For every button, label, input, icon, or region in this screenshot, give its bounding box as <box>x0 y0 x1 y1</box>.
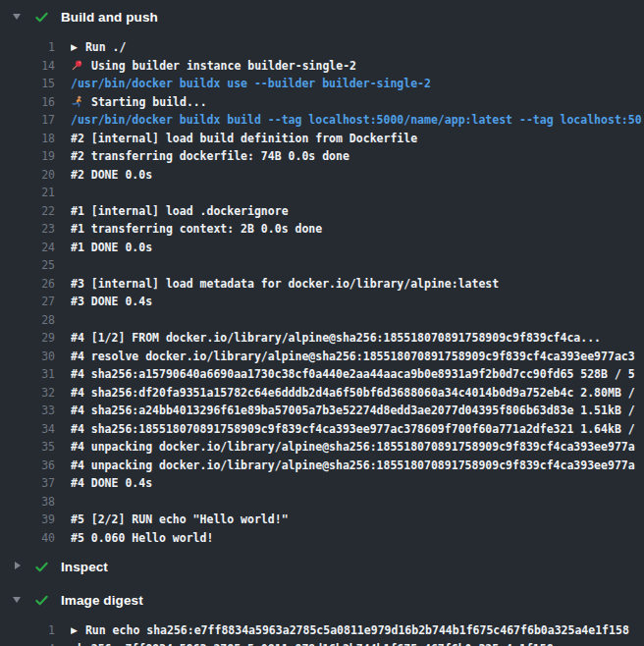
chevron-down-icon <box>13 11 22 23</box>
log-text: #2 DONE 0.0s <box>71 168 152 182</box>
log-text: #4 sha256:a15790640a6690aa1730c38cf0a440… <box>71 367 635 381</box>
line-number[interactable]: 30 <box>0 350 55 363</box>
line-number[interactable]: 27 <box>0 295 55 308</box>
log-line[interactable]: 4sha256:e7ff8834a5963a2785c5a0811e979d16… <box>0 640 644 646</box>
line-number[interactable]: 38 <box>0 495 55 509</box>
line-number[interactable]: 1 <box>0 40 55 54</box>
run-expand-icon[interactable]: ▶ <box>71 625 78 635</box>
log-text: sha256:e7ff8834a5963a2785c5a0811e979d16b… <box>71 642 554 646</box>
section-image-digest: Image digest1▶Run echo sha256:e7ff8834a5… <box>0 583 644 646</box>
log-line[interactable]: 1▶Run echo sha256:e7ff8834a5963a2785c5a0… <box>0 621 644 640</box>
runner-icon <box>71 95 83 108</box>
line-number[interactable]: 1 <box>0 623 55 637</box>
line-number[interactable]: 19 <box>0 149 55 163</box>
log-line[interactable]: 30#4 resolve docker.io/library/alpine@sh… <box>0 348 644 366</box>
log-line-content: sha256:e7ff8834a5963a2785c5a0811e979d16b… <box>71 642 644 646</box>
log-text: #3 [internal] load metadata for docker.i… <box>71 277 499 291</box>
log-text: /usr/bin/docker buildx build --tag local… <box>71 113 642 127</box>
log-line[interactable]: 38 <box>0 493 644 511</box>
log-line[interactable]: 24#1 DONE 0.0s <box>0 239 644 257</box>
line-number[interactable]: 15 <box>0 77 55 90</box>
log-line-content: #5 [2/2] RUN echo "Hello world!" <box>71 512 644 526</box>
line-number[interactable]: 18 <box>0 132 55 145</box>
line-number[interactable]: 28 <box>0 313 55 327</box>
log-line[interactable]: 17/usr/bin/docker buildx build --tag loc… <box>0 111 644 130</box>
success-check-icon <box>34 560 49 574</box>
line-number[interactable]: 4 <box>0 642 55 646</box>
run-expand-icon[interactable]: ▶ <box>71 42 78 52</box>
success-check-icon <box>34 593 49 608</box>
line-number[interactable]: 16 <box>0 95 55 109</box>
log-line[interactable]: 26#3 [internal] load metadata for docker… <box>0 275 644 294</box>
line-number[interactable]: 24 <box>0 241 55 254</box>
section-header-image-digest[interactable]: Image digest <box>0 583 644 617</box>
line-number[interactable]: 34 <box>0 422 55 436</box>
log-text: Using builder instance builder-single-2 <box>91 59 356 73</box>
log-line-content: #5 0.060 Hello world! <box>71 531 644 545</box>
log-line[interactable]: 1▶Run ./ <box>0 38 644 57</box>
log-line-content: #1 DONE 0.0s <box>71 241 644 254</box>
line-number[interactable]: 14 <box>0 59 55 73</box>
line-number[interactable]: 40 <box>0 531 55 545</box>
line-number[interactable]: 17 <box>0 113 55 127</box>
log-line[interactable]: 23#1 transferring context: 2B 0.0s done <box>0 220 644 239</box>
log-line-content: Using builder instance builder-single-2 <box>71 59 644 73</box>
log-line[interactable]: 36#4 unpacking docker.io/library/alpine@… <box>0 457 644 475</box>
log-line-content: #2 [internal] load build definition from… <box>71 132 644 145</box>
log-line-content: #2 transferring dockerfile: 74B 0.0s don… <box>71 149 644 163</box>
log-line[interactable]: 35#4 unpacking docker.io/library/alpine@… <box>0 438 644 457</box>
log-line[interactable]: 40#5 0.060 Hello world! <box>0 529 644 548</box>
line-number[interactable]: 23 <box>0 222 55 236</box>
log-line-content: ▶Run ./ <box>71 40 644 54</box>
log-line[interactable]: 15/usr/bin/docker buildx use --builder b… <box>0 75 644 93</box>
line-number[interactable]: 22 <box>0 204 55 218</box>
log-line-content: #4 DONE 0.4s <box>71 476 644 490</box>
section-build-and-push: Build and push1▶Run ./14Using builder in… <box>0 0 644 550</box>
log-line[interactable]: 29#4 [1/2] FROM docker.io/library/alpine… <box>0 329 644 348</box>
log-text: #4 sha256:a24bb4013296f61e89ba57005a7b3e… <box>71 404 635 417</box>
log-line[interactable]: 27#3 DONE 0.4s <box>0 293 644 311</box>
log-line-content: #4 unpacking docker.io/library/alpine@sh… <box>71 440 644 454</box>
log-line[interactable]: 34#4 sha256:185518070891758909c9f839cf4c… <box>0 420 644 439</box>
line-number[interactable]: 33 <box>0 404 55 417</box>
log-line[interactable]: 16Starting build... <box>0 93 644 112</box>
line-number[interactable]: 32 <box>0 386 55 400</box>
log-line[interactable]: 28 <box>0 311 644 330</box>
log-line-content: #4 sha256:a15790640a6690aa1730c38cf0a440… <box>71 367 644 381</box>
line-number[interactable]: 36 <box>0 458 55 472</box>
log-text: #4 sha256:185518070891758909c9f839cf4ca3… <box>71 422 635 436</box>
log-line[interactable]: 19#2 transferring dockerfile: 74B 0.0s d… <box>0 147 644 166</box>
log-line-content: #1 [internal] load .dockerignore <box>71 204 644 218</box>
line-number[interactable]: 37 <box>0 476 55 490</box>
log-text: #1 [internal] load .dockerignore <box>71 204 289 218</box>
log-line[interactable]: 37#4 DONE 0.4s <box>0 474 644 493</box>
log-text: Run echo sha256:e7ff8834a5963a2785c5a081… <box>85 623 629 637</box>
log-line[interactable]: 33#4 sha256:a24bb4013296f61e89ba57005a7b… <box>0 402 644 420</box>
log-line[interactable]: 31#4 sha256:a15790640a6690aa1730c38cf0a4… <box>0 365 644 384</box>
log-line[interactable]: 18#2 [internal] load build definition fr… <box>0 130 644 148</box>
log-line[interactable]: 22#1 [internal] load .dockerignore <box>0 202 644 221</box>
section-title: Image digest <box>61 593 143 608</box>
log-line[interactable]: 14Using builder instance builder-single-… <box>0 57 644 76</box>
section-header-build-and-push[interactable]: Build and push <box>0 0 644 33</box>
line-number[interactable]: 29 <box>0 331 55 345</box>
line-number[interactable]: 39 <box>0 512 55 526</box>
pushpin-icon <box>71 59 83 72</box>
log-text: #3 DONE 0.4s <box>71 295 152 308</box>
log-lines-build-and-push: 1▶Run ./14Using builder instance builder… <box>0 33 644 550</box>
line-number[interactable]: 31 <box>0 367 55 381</box>
log-text: #4 resolve docker.io/library/alpine@sha2… <box>71 350 635 363</box>
log-line[interactable]: 39#5 [2/2] RUN echo "Hello world!" <box>0 511 644 529</box>
log-line[interactable]: 20#2 DONE 0.0s <box>0 166 644 185</box>
log-line[interactable]: 25 <box>0 256 644 275</box>
log-text: #5 [2/2] RUN echo "Hello world!" <box>71 512 289 526</box>
line-number[interactable]: 26 <box>0 277 55 291</box>
line-number[interactable]: 25 <box>0 258 55 272</box>
line-number[interactable]: 21 <box>0 186 55 199</box>
chevron-right-icon <box>13 561 22 572</box>
line-number[interactable]: 20 <box>0 168 55 182</box>
log-line[interactable]: 21 <box>0 184 644 202</box>
section-header-inspect[interactable]: Inspect <box>0 550 644 583</box>
log-line[interactable]: 32#4 sha256:df20fa9351a15782c64e6dddb2d4… <box>0 384 644 403</box>
line-number[interactable]: 35 <box>0 440 55 454</box>
